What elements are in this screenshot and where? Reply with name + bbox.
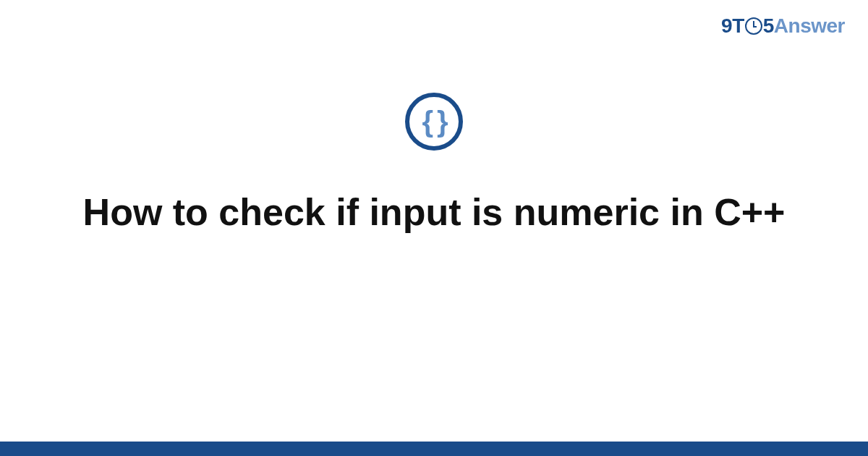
clock-icon xyxy=(745,17,762,35)
logo-text-9t: 9T xyxy=(721,14,744,37)
logo-text-5: 5 xyxy=(763,14,774,37)
logo-text-answer: Answer xyxy=(774,14,845,37)
page-title: How to check if input is numeric in C++ xyxy=(61,190,807,235)
braces-glyph: { } xyxy=(422,107,446,136)
footer-bar xyxy=(0,442,868,456)
code-braces-icon: { } xyxy=(405,93,463,151)
site-logo: 9T5Answer xyxy=(721,14,845,38)
main-content: { } How to check if input is numeric in … xyxy=(0,93,868,235)
